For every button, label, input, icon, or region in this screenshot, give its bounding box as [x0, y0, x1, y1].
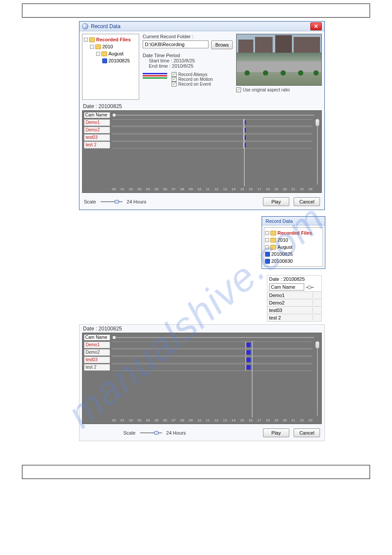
timeline-top-slider[interactable]	[112, 336, 314, 339]
cancel-button[interactable]: Cancel	[294, 197, 320, 206]
app-icon	[82, 23, 88, 29]
cam-strip[interactable]	[112, 141, 313, 149]
collapse-icon[interactable]: -	[84, 38, 88, 42]
tree-year[interactable]: -2010	[265, 236, 322, 243]
start-time-label: Start time : 2010/8/25	[149, 58, 233, 63]
cam-strip[interactable]	[112, 356, 313, 363]
small-cam-row[interactable]: test03	[267, 306, 321, 314]
aspect-label: Use original aspect ratio	[243, 87, 290, 92]
tree-day[interactable]: 20100825	[102, 57, 137, 64]
record-data-window: Record Data ✕ -Recorded Files -2010 -Aug…	[79, 21, 325, 210]
folder-panel: Current Record Folder : D:\GKB\Recording…	[143, 34, 233, 100]
folder-icon	[95, 44, 101, 49]
legend-line-always	[143, 73, 167, 74]
check-record-event[interactable]: ✓Record on Event	[172, 82, 213, 87]
small-record-data-panel: Record Data -Recorded Files -2010 -Augus…	[262, 216, 325, 269]
scale-slider[interactable]	[140, 431, 162, 435]
cam-strip[interactable]	[112, 341, 313, 348]
collapse-icon[interactable]: -	[96, 52, 100, 56]
cam-row[interactable]: Demo2	[84, 349, 110, 356]
clip-icon	[265, 259, 270, 264]
cam-name: Demo1	[269, 293, 313, 298]
play-button[interactable]: Play	[263, 428, 289, 437]
check-record-always[interactable]: ✓Record Always	[172, 72, 213, 77]
cancel-button[interactable]: Cancel	[294, 428, 320, 437]
collapse-icon[interactable]: -	[265, 231, 269, 235]
tree-day-selected[interactable]: 20100825	[265, 250, 322, 258]
tree-root[interactable]: -Recorded Files	[84, 36, 137, 43]
collapse-icon[interactable]: -	[90, 45, 94, 49]
playhead[interactable]	[244, 119, 245, 186]
cam-strip[interactable]	[112, 134, 313, 141]
cam-strip[interactable]	[112, 119, 313, 126]
cam-row[interactable]: test 2	[84, 364, 110, 371]
checkbox-icon[interactable]: ✓	[172, 77, 176, 82]
playhead[interactable]	[252, 341, 252, 417]
bottom-bar: Scale 24 Hours Play Cancel	[79, 427, 324, 441]
folder-icon	[270, 238, 276, 243]
check-label: Record on Event	[178, 82, 211, 87]
cam-row[interactable]: test 2	[84, 141, 110, 149]
file-tree: -Recorded Files -2010 -August 20100825	[82, 34, 139, 100]
tree-day[interactable]: 20100830	[265, 258, 322, 265]
cam-row[interactable]: Demo1	[84, 119, 110, 126]
tree-year[interactable]: -2010	[90, 43, 137, 50]
play-button[interactable]: Play	[263, 197, 289, 206]
cam-row[interactable]: Demo1	[84, 341, 110, 348]
cam-row[interactable]: Demo2	[84, 127, 110, 134]
check-record-motion[interactable]: ✓Record on Motion	[172, 77, 213, 82]
browse-button[interactable]: Brows	[211, 40, 233, 49]
collapse-icon[interactable]: -	[265, 238, 269, 242]
scale-label: Scale	[123, 430, 136, 435]
page-footer-frame	[22, 465, 370, 479]
small-title: Record Data	[266, 218, 293, 224]
checkbox-icon[interactable]: ✓	[236, 87, 241, 92]
timeline-area[interactable]: Cam Name Demo1 Demo2 test03 test 2 00010…	[82, 110, 322, 193]
date-time-period: Date Time Period Start time : 2010/8/25 …	[143, 53, 233, 69]
hours-label: 24 Hours	[127, 199, 147, 204]
hours-label: 24 Hours	[166, 430, 186, 435]
small-titlebar: Record Data	[262, 217, 325, 225]
page-header-frame	[22, 4, 370, 18]
checkbox-icon[interactable]: ✓	[172, 72, 176, 77]
folder-icon	[270, 245, 276, 250]
vertical-scrollbar[interactable]	[315, 119, 320, 185]
small-cam-list-panel: Date : 20100825 Cam Name Demo1 Demo2 tes…	[267, 275, 322, 322]
preview-panel: ✓Use original aspect ratio	[236, 34, 322, 100]
lower-timeline-panel: Date : 20100825 Cam Name Demo1 Demo2 tes…	[79, 324, 325, 441]
tree-day-label: 20100825	[271, 250, 293, 258]
tree-month-label: August	[277, 243, 292, 250]
small-cam-header: Cam Name	[269, 283, 304, 290]
vertical-scrollbar[interactable]	[315, 341, 320, 416]
cam-strip[interactable]	[112, 127, 313, 134]
folder-icon	[89, 37, 95, 42]
cam-strip[interactable]	[112, 349, 313, 356]
checkbox-icon[interactable]: ✓	[172, 82, 176, 87]
cam-row[interactable]: test03	[84, 134, 110, 141]
scale-slider[interactable]	[101, 200, 122, 203]
close-button[interactable]: ✕	[310, 22, 322, 30]
tree-month[interactable]: -August	[265, 243, 322, 250]
date-label: Date : 20100825	[83, 326, 321, 332]
tree-root[interactable]: -Recorded Files	[265, 229, 322, 236]
window-title: Record Data	[91, 23, 310, 29]
cam-name-header: Cam Name	[84, 334, 110, 341]
timeline-area[interactable]: Cam Name Demo1 Demo2 test03 test 2 00010…	[82, 333, 322, 424]
aspect-checkbox-row[interactable]: ✓Use original aspect ratio	[236, 87, 322, 92]
timeline-top-slider[interactable]	[112, 113, 314, 117]
cam-name-header: Cam Name	[84, 112, 110, 118]
dtp-title: Date Time Period	[143, 53, 233, 58]
small-cam-row[interactable]: test 2	[267, 314, 321, 321]
cam-row[interactable]: test03	[84, 356, 110, 363]
cam-strip[interactable]	[112, 364, 313, 371]
small-cam-row[interactable]: Demo2	[267, 299, 321, 306]
folder-input[interactable]: D:\GKB\Recording	[143, 40, 209, 48]
collapse-icon[interactable]: -	[265, 245, 269, 249]
cam-name: Demo2	[269, 300, 313, 305]
cam-name: test03	[269, 308, 313, 313]
tree-year-label: 2010	[277, 236, 288, 243]
time-axis: 0001020304050607080910111213141516171819…	[112, 418, 313, 423]
small-cam-row[interactable]: Demo1	[267, 291, 321, 299]
tree-month[interactable]: -August	[96, 50, 137, 57]
slider-icon[interactable]	[306, 286, 314, 289]
